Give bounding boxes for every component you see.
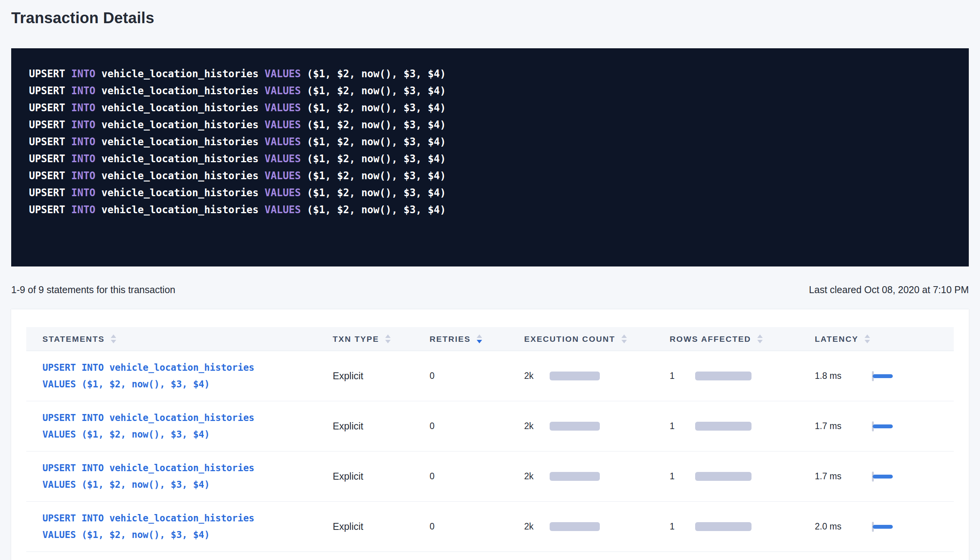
rows-affected-cell: 1	[670, 471, 815, 482]
statement-cell: UPSERT INTO vehicle_location_histories V…	[42, 510, 333, 543]
txn-type-cell: Explicit	[333, 421, 430, 432]
transaction-sql-box: UPSERT INTO vehicle_location_histories V…	[11, 48, 969, 266]
execution-count-value: 2k	[524, 521, 550, 532]
sql-statement-line: UPSERT INTO vehicle_location_histories V…	[29, 99, 951, 116]
latency-value: 1.8 ms	[815, 371, 862, 381]
sort-desc-icon[interactable]	[865, 340, 870, 343]
rows-affected-bar	[695, 472, 752, 481]
column-header-label: Latency	[815, 334, 858, 344]
latency-bar-chart	[872, 471, 907, 482]
sort-asc-icon[interactable]	[757, 334, 763, 338]
execution-count-cell: 2k	[524, 371, 670, 381]
execution-count-value: 2k	[524, 421, 550, 431]
latency-value: 1.7 ms	[815, 471, 862, 482]
table-row: UPSERT INTO vehicle_location_histories V…	[26, 401, 954, 451]
sort-asc-icon[interactable]	[111, 334, 116, 338]
rows-affected-bar	[695, 422, 752, 431]
sql-statement-line: UPSERT INTO vehicle_location_histories V…	[29, 82, 951, 99]
sort-desc-icon[interactable]	[757, 340, 763, 343]
txn-type-cell: Explicit	[333, 370, 430, 382]
statement-cell: UPSERT INTO vehicle_location_histories V…	[42, 410, 333, 443]
execution-count-value: 2k	[524, 471, 550, 482]
column-header-label: Retries	[430, 334, 471, 344]
table-row: UPSERT INTO vehicle_location_histories V…	[26, 502, 954, 552]
column-header-label: Statements	[42, 334, 105, 344]
execution-count-bar	[550, 422, 600, 431]
latency-blue-bar	[873, 475, 893, 479]
execution-count-cell: 2k	[524, 471, 670, 482]
txn-type-value: Explicit	[333, 370, 363, 382]
statement-link[interactable]: UPSERT INTO vehicle_location_histories V…	[42, 410, 254, 443]
sql-statement-line: UPSERT INTO vehicle_location_histories V…	[29, 65, 951, 82]
execution-count-value: 2k	[524, 371, 550, 381]
rows-affected-value: 1	[670, 421, 695, 431]
sort-desc-icon[interactable]	[385, 340, 391, 343]
rows-affected-bar	[695, 372, 752, 380]
statement-line2: VALUES ($1, $2, now(), $3, $4)	[42, 527, 254, 543]
txn-type-cell: Explicit	[333, 521, 430, 532]
rows-affected-cell: 1	[670, 421, 815, 431]
statements-table-header: Statements Txn Type Retries Execution Co…	[26, 327, 954, 351]
execution-count-bar	[550, 522, 600, 531]
retries-value: 0	[430, 421, 435, 431]
txn-type-cell: Explicit	[333, 471, 430, 482]
statement-link[interactable]: UPSERT INTO vehicle_location_histories V…	[42, 460, 254, 493]
rows-affected-value: 1	[670, 471, 695, 482]
statement-line2: VALUES ($1, $2, now(), $3, $4)	[42, 376, 254, 393]
execution-count-cell: 2k	[524, 521, 670, 532]
retries-value: 0	[430, 371, 435, 381]
sort-asc-icon[interactable]	[865, 334, 870, 338]
latency-blue-bar	[873, 424, 893, 428]
column-header-label: Execution Count	[524, 334, 615, 344]
sort-asc-icon[interactable]	[621, 334, 627, 338]
txn-type-value: Explicit	[333, 421, 363, 432]
sort-carets-icon[interactable]	[111, 334, 116, 343]
statement-link[interactable]: UPSERT INTO vehicle_location_histories V…	[42, 510, 254, 543]
column-header[interactable]: Execution Count	[524, 334, 670, 344]
latency-value: 1.7 ms	[815, 421, 862, 431]
sql-statement-line: UPSERT INTO vehicle_location_histories V…	[29, 150, 951, 167]
latency-cell: 2.0 ms	[815, 521, 954, 533]
sort-desc-icon[interactable]	[477, 340, 482, 343]
statement-line1: UPSERT INTO vehicle_location_histories	[42, 410, 254, 426]
transaction-details-page: Transaction Details UPSERT INTO vehicle_…	[0, 9, 980, 560]
statement-cell: UPSERT INTO vehicle_location_histories V…	[42, 460, 333, 493]
statement-line1: UPSERT INTO vehicle_location_histories	[42, 460, 254, 477]
rows-affected-value: 1	[670, 371, 695, 381]
sort-asc-icon[interactable]	[477, 334, 482, 338]
retries-value: 0	[430, 521, 435, 532]
column-header[interactable]: Txn Type	[333, 334, 430, 344]
rows-affected-cell: 1	[670, 521, 815, 532]
statement-link[interactable]: UPSERT INTO vehicle_location_histories V…	[42, 360, 254, 393]
column-header[interactable]: Rows Affected	[670, 334, 815, 344]
retries-cell: 0	[430, 371, 524, 381]
execution-count-bar	[550, 372, 600, 380]
column-header-label: Txn Type	[333, 334, 379, 344]
rows-affected-bar	[695, 522, 752, 531]
sort-carets-icon[interactable]	[757, 334, 763, 343]
sort-carets-icon[interactable]	[865, 334, 870, 343]
sort-carets-icon[interactable]	[621, 334, 627, 343]
sort-desc-icon[interactable]	[111, 340, 116, 343]
retries-cell: 0	[430, 421, 524, 431]
statement-line1: UPSERT INTO vehicle_location_histories	[42, 360, 254, 376]
column-header[interactable]: Latency	[815, 334, 954, 344]
column-header-label: Rows Affected	[670, 334, 751, 344]
latency-cell: 1.8 ms	[815, 370, 954, 382]
sql-statement-line: UPSERT INTO vehicle_location_histories V…	[29, 201, 951, 218]
sort-desc-icon[interactable]	[621, 340, 627, 343]
execution-count-cell: 2k	[524, 421, 670, 431]
rows-affected-cell: 1	[670, 371, 815, 381]
column-header[interactable]: Statements	[42, 334, 333, 344]
retries-cell: 0	[430, 521, 524, 532]
sort-asc-icon[interactable]	[385, 334, 391, 338]
column-header[interactable]: Retries	[430, 334, 524, 344]
sort-carets-icon[interactable]	[385, 334, 391, 343]
latency-cell: 1.7 ms	[815, 421, 954, 432]
txn-type-value: Explicit	[333, 521, 363, 532]
sql-statement-line: UPSERT INTO vehicle_location_histories V…	[29, 184, 951, 201]
sort-carets-icon[interactable]	[477, 334, 482, 343]
statement-cell: UPSERT INTO vehicle_location_histories V…	[42, 360, 333, 393]
page-title: Transaction Details	[11, 9, 969, 27]
statement-line2: VALUES ($1, $2, now(), $3, $4)	[42, 477, 254, 493]
